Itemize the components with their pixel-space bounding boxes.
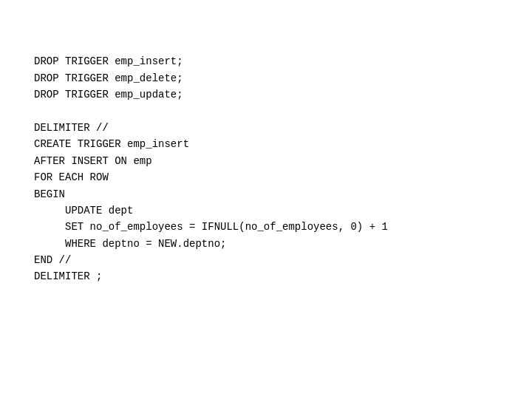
code-line: DROP TRIGGER emp_update;	[34, 86, 498, 103]
code-line: DROP TRIGGER emp_insert;	[34, 53, 498, 69]
code-line: CREATE TRIGGER emp_insert	[34, 136, 498, 152]
code-line: BEGIN	[34, 186, 498, 202]
code-line: UPDATE dept	[34, 202, 498, 219]
code-block: DROP TRIGGER emp_insert;DROP TRIGGER emp…	[0, 0, 532, 322]
code-line: DELIMITER ;	[34, 268, 498, 284]
code-line: DROP TRIGGER emp_delete;	[34, 70, 498, 86]
code-line: END //	[34, 252, 498, 268]
code-line	[34, 103, 498, 120]
code-line: SET no_of_employees = IFNULL(no_of_emplo…	[34, 219, 498, 235]
code-line: WHERE deptno = NEW.deptno;	[34, 236, 498, 252]
code-line: FOR EACH ROW	[34, 169, 498, 185]
code-line: AFTER INSERT ON emp	[34, 153, 498, 169]
code-line: DELIMITER //	[34, 120, 498, 136]
